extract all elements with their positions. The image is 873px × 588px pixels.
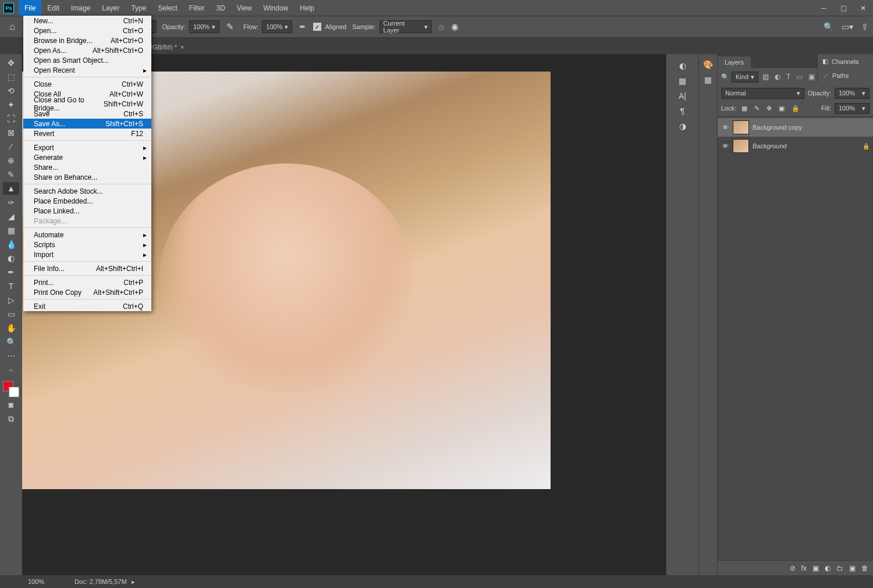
filter-type-icon[interactable]: T [785,73,792,81]
edit-toolbar-icon[interactable]: ▫▫ [3,364,19,376]
layer-thumbnail[interactable] [733,139,749,153]
layer-name[interactable]: Background copy [753,124,802,131]
filter-adjust-icon[interactable]: ◐ [773,73,782,81]
rectangle-tool[interactable]: ▭ [3,308,19,320]
menu-3d[interactable]: 3D [210,0,230,16]
menu-item[interactable]: Generate▸ [23,152,151,162]
menu-item[interactable]: Close and Go to Bridge...Shift+Ctrl+W [23,99,151,109]
menu-item[interactable]: Open...Ctrl+O [23,26,151,35]
group-icon[interactable]: 🗀 [836,564,843,572]
swatches-panel-icon[interactable]: ▦ [704,75,712,84]
pen-tool[interactable]: ✒ [3,266,19,279]
workspace-icon[interactable]: ▭▾ [842,22,853,31]
menu-item[interactable]: Print One CopyAlt+Shift+Ctrl+P [23,287,151,297]
menu-item[interactable]: Share on Behance... [23,172,151,182]
frame-tool[interactable]: ⊠ [3,126,19,139]
lock-pos-icon[interactable]: ✥ [765,105,773,112]
zoom-value[interactable]: 100% [28,578,63,585]
menu-edit[interactable]: Edit [41,0,65,16]
flow-select[interactable]: 100%▾ [262,20,292,33]
layer-name[interactable]: Background [753,142,787,149]
menu-item[interactable]: Share... [23,162,151,172]
layer-thumbnail[interactable] [733,120,749,134]
menu-help[interactable]: Help [294,0,320,16]
menu-item[interactable]: File Info...Alt+Shift+Ctrl+I [23,263,151,273]
menu-item[interactable]: RevertF12 [23,129,151,138]
menu-item[interactable]: Place Embedded... [23,196,151,206]
menu-filter[interactable]: Filter [183,0,211,16]
lock-image-icon[interactable]: ✎ [753,105,761,112]
filter-kind-select[interactable]: Kind▾ [732,72,758,83]
status-arrow-icon[interactable]: ▸ [132,578,135,586]
color-swatches[interactable] [3,381,19,397]
healing-tool[interactable]: ⊕ [3,154,19,167]
search-icon[interactable]: 🔍 [824,22,833,31]
brush-tool[interactable]: ✎ [3,168,19,181]
quick-select-tool[interactable]: ✦ [3,98,19,111]
visibility-icon[interactable]: 👁 [721,142,729,149]
filter-smart-icon[interactable]: ▣ [807,73,817,81]
menu-item[interactable]: Search Adobe Stock... [23,186,151,196]
menu-select[interactable]: Select [152,0,183,16]
paragraph-icon[interactable]: ¶ [680,106,685,116]
zoom-tool[interactable]: 🔍 [3,336,19,348]
link-layers-icon[interactable]: ⊘ [790,564,796,572]
ignore-adjust-icon[interactable]: ⦸ [439,22,444,32]
lock-nest-icon[interactable]: ▣ [777,105,786,112]
aligned-checkbox[interactable]: ✓ [313,23,321,31]
history-brush-tool[interactable]: ✑ [3,196,19,209]
clone-stamp-tool[interactable]: ▲ [3,182,19,195]
minimize-button[interactable]: ─ [814,0,833,16]
more-tools[interactable]: ⋯ [3,350,19,362]
styles-icon[interactable]: ▦ [679,76,686,85]
visibility-icon[interactable]: 👁 [721,124,729,131]
screenmode-icon[interactable]: ⧉ [3,412,19,425]
menu-file[interactable]: File [19,0,41,16]
menu-image[interactable]: Image [65,0,96,16]
airbrush-icon[interactable]: ✒ [299,22,306,31]
lasso-tool[interactable]: ⟲ [3,84,19,97]
hand-tool[interactable]: ✋ [3,322,19,334]
layer-mask-icon[interactable]: ▣ [812,564,819,572]
type-tool[interactable]: T [3,280,19,293]
adjustment-layer-icon[interactable]: ◐ [825,564,831,572]
delete-layer-icon[interactable]: 🗑 [861,564,868,572]
share-icon[interactable]: ⇪ [861,22,868,31]
menu-type[interactable]: Type [125,0,152,16]
paths-panel-button[interactable]: ⟋ Paths [818,69,873,83]
close-icon[interactable]: × [180,44,184,51]
menu-item[interactable]: Scripts▸ [23,240,151,250]
color-panel-icon[interactable]: 🎨 [703,60,713,69]
menu-item[interactable]: CloseCtrl+W [23,79,151,89]
opacity-select[interactable]: 100%▾ [189,20,219,33]
layers-panel-tab[interactable]: Layers [718,56,751,68]
menu-item[interactable]: Import▸ [23,250,151,259]
adjustments-icon[interactable]: ◐ [679,61,686,70]
filter-pixel-icon[interactable]: ▧ [761,73,771,81]
blur-tool[interactable]: 💧 [3,238,19,251]
lock-all-icon[interactable]: 🔒 [790,105,801,112]
menu-item[interactable]: Save As...Shift+Ctrl+S [23,119,151,129]
menu-item[interactable]: Export▸ [23,142,151,152]
eyedropper-tool[interactable]: ⁄ [3,140,19,153]
layer-row[interactable]: 👁 Background 🔒 [718,137,873,155]
maximize-button[interactable]: ▢ [833,0,853,16]
stroke-icon[interactable]: ◑ [679,122,686,131]
menu-item[interactable]: New...Ctrl+N [23,16,151,26]
home-icon[interactable]: ⌂ [5,19,20,34]
layer-opacity-select[interactable]: 100%▾ [835,88,870,99]
sample-select[interactable]: Current Layer▾ [379,20,432,33]
blend-mode-select[interactable]: Normal▾ [721,88,804,99]
quickmask-icon[interactable]: ◙ [3,398,19,411]
document-size[interactable]: Doc: 2,78M/5,57M [74,578,127,585]
new-layer-icon[interactable]: ▣ [849,564,856,572]
background-swatch[interactable] [9,387,19,397]
pressure-opacity-icon[interactable]: ✎ [226,22,234,32]
menu-layer[interactable]: Layer [96,0,125,16]
menu-item[interactable]: Browse in Bridge...Alt+Ctrl+O [23,35,151,45]
menu-item[interactable]: Open As...Alt+Shift+Ctrl+O [23,45,151,55]
gradient-tool[interactable]: ▦ [3,224,19,237]
menu-item[interactable]: Open Recent▸ [23,65,151,75]
move-tool[interactable]: ✥ [3,56,19,69]
path-select-tool[interactable]: ▷ [3,294,19,307]
